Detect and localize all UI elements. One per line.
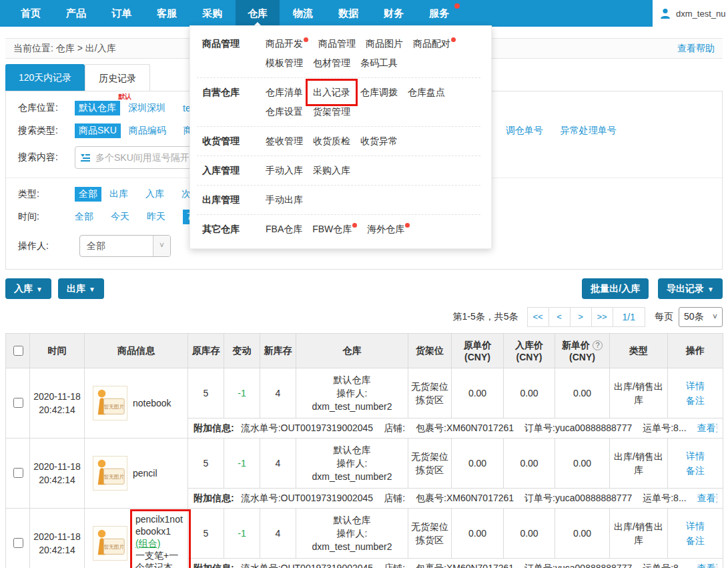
last-page-button[interactable]: >>: [591, 307, 613, 327]
menu-item-manual-inbound[interactable]: 手动入库: [266, 161, 303, 180]
time-today[interactable]: 今天: [111, 211, 129, 223]
menu-item-sign-mgmt[interactable]: 签收管理: [266, 131, 303, 151]
type-all[interactable]: 全部: [75, 187, 101, 202]
time-yesterday[interactable]: 昨天: [147, 211, 165, 223]
menu-item-shelf-mgmt[interactable]: 货架管理: [313, 102, 350, 121]
nav-item-logistics[interactable]: 物流: [281, 0, 325, 27]
nav-item-home[interactable]: 首页: [9, 0, 53, 27]
nav-item-finance[interactable]: 财务: [372, 0, 416, 27]
operator-select-value: 全部: [80, 236, 153, 256]
nav-item-orders[interactable]: 订单: [99, 0, 143, 27]
row-checkbox[interactable]: [13, 398, 23, 408]
package-number: 包裹号:XM60N7017261: [416, 493, 514, 505]
menu-item-barcode-tools[interactable]: 条码工具: [360, 53, 398, 73]
change-cell: -1: [224, 368, 260, 418]
product-placeholder-image[interactable]: 暂无图片: [93, 386, 127, 420]
view-more-link[interactable]: 查看更多 >>: [697, 493, 717, 505]
notification-dot: [454, 3, 460, 9]
nav-item-service[interactable]: 客服: [145, 0, 189, 27]
view-more-link[interactable]: 查看更多 >>: [697, 563, 717, 568]
nav-item-purchase[interactable]: 采购: [190, 0, 234, 27]
menu-group-receiving: 收货管理 签收管理 收货质检 收货异常: [190, 131, 491, 151]
menu-group-product: 商品管理 商品开发 商品管理 商品图片 商品配对 模板管理 包材管理 条码工具: [190, 34, 491, 73]
combo-link[interactable]: (组合): [135, 538, 160, 549]
row-checkbox[interactable]: [13, 468, 23, 478]
first-page-button[interactable]: <<: [527, 307, 549, 327]
menu-item-in-out-records[interactable]: 出入记录: [313, 83, 350, 102]
time-all[interactable]: 全部: [75, 211, 93, 223]
menu-item-warehouse-list[interactable]: 仓库清单: [266, 83, 303, 102]
view-more-link[interactable]: 查看更多 >>: [697, 422, 717, 435]
select-all-checkbox[interactable]: [13, 346, 23, 356]
tab-recent-records[interactable]: 120天内记录: [5, 64, 85, 91]
menu-group-title: 其它仓库: [202, 220, 266, 239]
per-page-select[interactable]: 50条 ˅: [679, 307, 723, 327]
inbound-button[interactable]: 入库▼: [5, 278, 51, 299]
next-page-button[interactable]: >: [570, 307, 592, 327]
search-type-exception-no[interactable]: 异常处理单号: [561, 125, 617, 137]
search-type-transfer-no[interactable]: 调仓单号: [506, 125, 543, 137]
export-records-button[interactable]: 导出记录▼: [658, 278, 723, 299]
menu-item-stocktaking[interactable]: 仓库盘点: [408, 83, 445, 102]
nav-item-data[interactable]: 数据: [326, 0, 370, 27]
menu-item-product-images[interactable]: 商品图片: [366, 34, 403, 53]
detail-link[interactable]: 详情: [671, 378, 720, 393]
detail-link[interactable]: 详情: [671, 519, 720, 533]
breadcrumb-path: 仓库 > 出/入库: [56, 43, 116, 53]
menu-item-product-dev[interactable]: 商品开发: [266, 34, 308, 53]
prev-page-button[interactable]: <: [549, 307, 571, 327]
menu-item-purchase-inbound[interactable]: 采购入库: [313, 161, 350, 180]
nav-item-warehouse[interactable]: 仓库: [236, 0, 280, 27]
waybill-number: 运单号:8...: [643, 422, 686, 435]
type-outbound[interactable]: 出库: [109, 188, 128, 200]
change-cell: -1: [224, 439, 260, 489]
remark-link[interactable]: 备注: [671, 533, 720, 548]
row-checkbox[interactable]: [13, 538, 23, 548]
help-link[interactable]: 查看帮助: [677, 39, 715, 58]
search-type-code[interactable]: 商品编码: [129, 125, 166, 137]
remark-link[interactable]: 备注: [671, 393, 720, 408]
col-type: 类型: [610, 334, 668, 368]
help-question-icon[interactable]: ?: [593, 340, 603, 350]
shop-label: 店铺:: [384, 422, 405, 435]
toolbar-right: 批量出/入库 导出记录▼: [582, 278, 723, 299]
menu-item-manual-outbound[interactable]: 手动出库: [266, 190, 303, 210]
menu-item-warehouse-transfer[interactable]: 仓库调拨: [360, 83, 398, 102]
menu-item-template-mgmt[interactable]: 模板管理: [266, 53, 303, 73]
user-account[interactable]: dxm_test_nu: [653, 0, 728, 27]
menu-item-product-mgmt[interactable]: 商品管理: [318, 34, 356, 53]
menu-item-quality-check[interactable]: 收货质检: [313, 131, 350, 151]
warehouse-option-shenzhen[interactable]: 深圳深圳: [128, 102, 165, 114]
menu-item-receiving-exception[interactable]: 收货异常: [360, 131, 398, 151]
menu-item-packaging-mgmt[interactable]: 包材管理: [313, 53, 350, 73]
remark-link[interactable]: 备注: [671, 463, 720, 478]
new-price-cell: 0.00: [555, 439, 610, 489]
operator-select[interactable]: 全部 ˅: [79, 235, 171, 257]
menu-item-overseas-warehouse[interactable]: 海外仓库: [367, 220, 410, 239]
menu-item-product-pairing[interactable]: 商品配对: [413, 34, 456, 53]
nav-item-products[interactable]: 产品: [54, 0, 98, 27]
menu-item-warehouse-settings[interactable]: 仓库设置: [266, 102, 303, 121]
extra-info-cell: 附加信息: 流水单号:OUT00197319002045 店铺: 包裹号:XM6…: [188, 418, 723, 439]
product-placeholder-image[interactable]: 暂无图片: [93, 456, 127, 491]
operator-filter-label: 操作人:: [18, 240, 75, 252]
pagination: 第1-5条，共5条 << < > >> 1/1 每页 50条 ˅: [5, 307, 723, 327]
product-placeholder-image[interactable]: 暂无图片: [93, 526, 127, 561]
nav-item-services[interactable]: 服务: [417, 0, 461, 27]
new-stock-cell: 4: [260, 368, 296, 418]
menu-item-fbw-warehouse[interactable]: FBW仓库: [312, 220, 357, 239]
warehouse-chip-default[interactable]: 默认仓库默认: [75, 101, 120, 115]
search-type-sku[interactable]: 商品SKU: [75, 123, 121, 138]
batch-in-out-button[interactable]: 批量出/入库: [582, 278, 649, 299]
tab-history-records[interactable]: 历史记录: [85, 64, 150, 91]
menu-divider: [197, 156, 480, 156]
menu-item-fba-warehouse[interactable]: FBA仓库: [266, 220, 302, 239]
product-info: pencil: [133, 467, 157, 479]
type-inbound[interactable]: 入库: [145, 188, 164, 200]
menu-group-inbound: 入库管理 手动入库 采购入库: [190, 161, 491, 180]
detail-link[interactable]: 详情: [671, 449, 720, 463]
type-cell: 出库/销售出库: [610, 509, 668, 559]
col-change: 变动: [224, 334, 260, 368]
in-price-cell: 0.00: [504, 439, 555, 489]
outbound-button[interactable]: 出库▼: [58, 278, 104, 299]
